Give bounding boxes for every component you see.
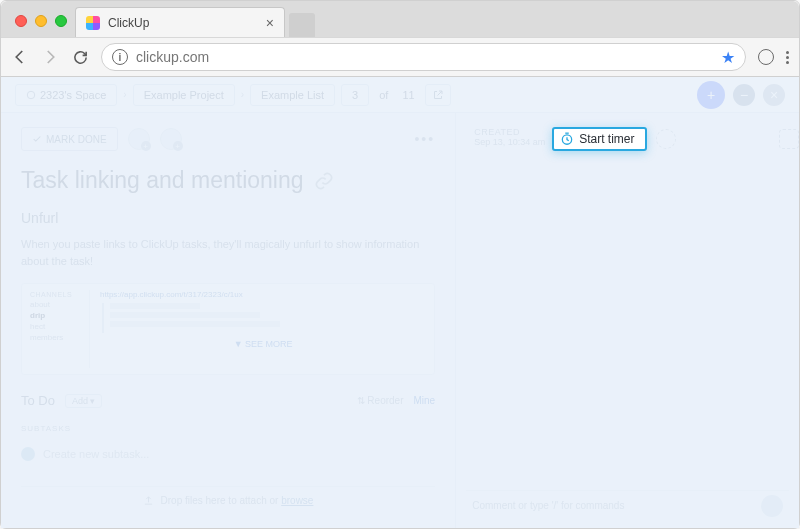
crumb-project[interactable]: Example Project	[133, 84, 235, 106]
url-box[interactable]: i clickup.com ★	[101, 43, 746, 71]
embed-channel: drip	[30, 310, 85, 321]
task-main-panel: MARK DONE + + ••• Task linking and menti…	[1, 113, 456, 528]
window-controls	[9, 15, 75, 37]
close-button[interactable]: ×	[763, 84, 785, 106]
send-comment-button[interactable]	[761, 495, 783, 517]
timer-icon	[560, 132, 574, 146]
task-side-panel: CREATED Sep 13, 10:34 am Start timer Com…	[456, 113, 799, 528]
page-viewport: 2323's Space › Example Project › Example…	[1, 77, 799, 528]
minimize-window-icon[interactable]	[35, 15, 47, 27]
browser-tab[interactable]: ClickUp ×	[75, 7, 285, 37]
expand-button[interactable]	[779, 129, 799, 149]
slack-embed-preview: CHANNELS about drip hect members https:/…	[21, 283, 435, 375]
reorder-button[interactable]: ⇅ Reorder	[357, 395, 404, 406]
assignee-add-button[interactable]: +	[128, 128, 150, 150]
start-timer-button[interactable]: Start timer	[552, 127, 646, 151]
url-text: clickup.com	[136, 49, 713, 65]
reload-button[interactable]	[71, 48, 89, 66]
mark-done-button[interactable]: MARK DONE	[21, 127, 118, 151]
see-more-link[interactable]: ▼ SEE MORE	[100, 339, 426, 349]
chevron-right-icon: ›	[123, 89, 126, 100]
browser-tabbar: ClickUp ×	[1, 1, 799, 37]
back-button[interactable]	[11, 48, 29, 66]
open-external-button[interactable]	[425, 84, 451, 106]
tag-add-button[interactable]: +	[160, 128, 182, 150]
bookmark-star-icon[interactable]: ★	[721, 48, 735, 67]
crumb-index: 3	[341, 84, 369, 106]
crumb-space[interactable]: 2323's Space	[15, 84, 117, 106]
site-info-icon[interactable]: i	[112, 49, 128, 65]
crumb-total: 11	[398, 84, 418, 106]
mine-filter-link[interactable]: Mine	[414, 395, 436, 406]
new-subtask-input[interactable]: Create new subtask...	[21, 447, 435, 461]
svg-point-0	[27, 91, 35, 99]
crumb-list[interactable]: Example List	[250, 84, 335, 106]
attachment-dropzone[interactable]: Drop files here to attach or browse	[21, 486, 435, 514]
chevron-right-icon: ›	[241, 89, 244, 100]
extension-icon[interactable]	[758, 49, 774, 65]
browser-addressbar: i clickup.com ★	[1, 37, 799, 77]
browser-window: ClickUp × i clickup.com ★	[0, 0, 800, 529]
link-icon	[314, 171, 334, 191]
breadcrumb-bar: 2323's Space › Example Project › Example…	[1, 77, 799, 113]
add-button[interactable]: +	[697, 81, 725, 109]
minimize-button[interactable]: −	[733, 84, 755, 106]
embed-channel: hect	[30, 321, 85, 332]
subtask-status-icon	[21, 447, 35, 461]
header-actions: + − ×	[697, 81, 785, 109]
browser-menu-icon[interactable]	[786, 51, 789, 64]
crumb-of: of	[375, 84, 392, 106]
section-heading: Unfurl	[21, 210, 435, 226]
embed-channel: about	[30, 299, 85, 310]
tab-title: ClickUp	[108, 16, 149, 30]
task-description[interactable]: When you paste links to ClickUp tasks, t…	[21, 236, 435, 269]
maximize-window-icon[interactable]	[55, 15, 67, 27]
embed-channel: members	[30, 332, 85, 343]
clickup-task-view: 2323's Space › Example Project › Example…	[1, 77, 799, 528]
tab-close-icon[interactable]: ×	[266, 15, 274, 31]
comment-input[interactable]: Comment or type '/' for commands	[466, 490, 789, 520]
clickup-favicon-icon	[86, 16, 100, 30]
new-tab-button[interactable]	[289, 13, 315, 37]
todo-label: To Do	[21, 393, 55, 408]
subtasks-label: SUBTASKS	[21, 424, 435, 433]
close-window-icon[interactable]	[15, 15, 27, 27]
more-menu-icon[interactable]: •••	[414, 131, 435, 147]
add-todo-button[interactable]: Add ▾	[65, 394, 103, 408]
forward-button	[41, 48, 59, 66]
task-title[interactable]: Task linking and mentioning	[21, 167, 435, 194]
